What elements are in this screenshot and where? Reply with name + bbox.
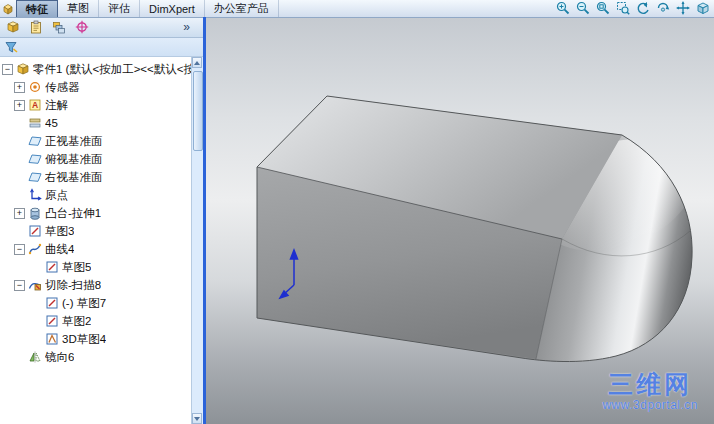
tree-item-boss-extrude1[interactable]: 凸台-拉伸1 [0, 204, 192, 222]
scrollbar-thumb[interactable] [193, 71, 203, 151]
panel-splitter[interactable] [203, 17, 206, 424]
tree-item-label: 草图3 [45, 224, 74, 239]
tree-item-label: (-) 草图7 [62, 296, 106, 311]
tree-item-label: 切除-扫描8 [45, 278, 101, 293]
sketch-icon [28, 224, 42, 238]
tab-evaluate[interactable]: 评估 [99, 0, 140, 17]
tab-evaluate-label: 评估 [108, 1, 130, 16]
curve-icon [28, 242, 42, 256]
tree-item-label: 草图2 [62, 314, 91, 329]
zoom-in-icon [556, 1, 570, 15]
pan-view-button[interactable] [674, 1, 691, 16]
manager-tab-bar: » [0, 17, 203, 38]
tree-item-right-plane[interactable]: 右视基准面 [0, 168, 192, 186]
tab-features-label: 特征 [26, 2, 48, 17]
zoom-in-button[interactable] [554, 1, 571, 16]
tree-item-top-plane[interactable]: 俯视基准面 [0, 150, 192, 168]
tree-item-part-root[interactable]: 零件1 (默认<按加工><<默认<按 [0, 60, 192, 78]
featuremanager-tree-icon [6, 20, 20, 34]
triangle-down-icon [194, 417, 200, 421]
tree-item-label: 3D草图4 [62, 332, 106, 347]
tree-item-sketch7[interactable]: (-) 草图7 [0, 294, 192, 312]
tree-item-label: 注解 [45, 98, 68, 113]
model-3d [206, 17, 714, 424]
commandmanager-options-icon[interactable] [0, 0, 16, 17]
watermark: 三维网 www.3dportal.cn [602, 371, 698, 412]
tree-item-label: 曲线4 [45, 242, 74, 257]
sketch-icon [45, 296, 59, 310]
propertymanager-icon [29, 20, 43, 34]
tree-item-label: 正视基准面 [45, 134, 103, 149]
watermark-url: www.3dportal.cn [602, 399, 698, 412]
expander-icon[interactable] [14, 82, 25, 93]
tree-item-cut-sweep8[interactable]: 切除-扫描8 [0, 276, 192, 294]
rotate-view-button[interactable] [654, 1, 671, 16]
plane-icon [28, 152, 42, 166]
sensors-icon [28, 80, 42, 94]
tree-item-front-plane[interactable]: 正视基准面 [0, 132, 192, 150]
dimxpertmanager-tab[interactable] [74, 19, 90, 35]
expander-icon[interactable] [2, 64, 13, 75]
tree-item-sensors[interactable]: 传感器 [0, 78, 192, 96]
tree-item-material[interactable]: 45 [0, 114, 192, 132]
tab-dimxpert-label: DimXpert [149, 3, 195, 15]
wrench-icon [2, 3, 14, 15]
tree-item-3dsketch4[interactable]: 3D草图4 [0, 330, 192, 348]
svg-text:A: A [32, 100, 38, 110]
tree-item-annotations[interactable]: A 注解 [0, 96, 192, 114]
zoom-to-area-icon [616, 1, 630, 15]
expander-icon[interactable] [14, 100, 25, 111]
mirror-icon [28, 350, 42, 364]
dimxpertmanager-icon [75, 20, 89, 34]
pan-view-icon [676, 1, 690, 15]
boss-extrude-icon [28, 206, 42, 220]
tree-item-label: 镜向6 [45, 350, 74, 365]
featuremanager-design-tree: 零件1 (默认<按加工><<默认<按 传感器 A 注解 [0, 57, 192, 424]
view-orientation-button[interactable] [694, 1, 711, 16]
tree-scrollbar[interactable] [191, 57, 203, 424]
tree-item-label: 俯视基准面 [45, 152, 103, 167]
scroll-up-button[interactable] [192, 57, 202, 68]
tab-features[interactable]: 特征 [16, 0, 58, 17]
plane-icon [28, 170, 42, 184]
tree-item-label: 零件1 (默认<按加工><<默认<按 [33, 62, 192, 77]
cut-sweep-icon [28, 278, 42, 292]
tree-item-sketch2[interactable]: 草图2 [0, 312, 192, 330]
scroll-down-button[interactable] [192, 413, 202, 424]
plane-icon [28, 134, 42, 148]
zoom-to-fit-button[interactable] [594, 1, 611, 16]
tree-item-origin[interactable]: 原点 [0, 186, 192, 204]
zoom-to-area-button[interactable] [614, 1, 631, 16]
tree-item-label: 右视基准面 [45, 170, 103, 185]
3d-sketch-icon [45, 332, 59, 346]
zoom-out-button[interactable] [574, 1, 591, 16]
expander-icon[interactable] [14, 280, 25, 291]
tree-item-label: 凸台-拉伸1 [45, 206, 101, 221]
tree-item-mirror6[interactable]: 镜向6 [0, 348, 192, 366]
tab-office-products[interactable]: 办公室产品 [205, 0, 279, 17]
filter-funnel-icon[interactable] [3, 39, 19, 55]
tree-item-label: 45 [45, 117, 58, 129]
tree-item-sketch3[interactable]: 草图3 [0, 222, 192, 240]
configurationmanager-tab[interactable] [51, 19, 67, 35]
view-orientation-icon [696, 1, 710, 15]
tree-item-curve4[interactable]: 曲线4 [0, 240, 192, 258]
commandmanager-tabbar: 特征 草图 评估 DimXpert 办公室产品 [0, 0, 714, 18]
expander-icon[interactable] [14, 244, 25, 255]
previous-view-button[interactable] [634, 1, 651, 16]
tree-item-label: 传感器 [45, 80, 80, 95]
graphics-viewport[interactable]: 三维网 www.3dportal.cn [206, 17, 714, 424]
panel-more-chevron[interactable]: » [183, 20, 198, 34]
propertymanager-tab[interactable] [28, 19, 44, 35]
tree-item-label: 草图5 [62, 260, 91, 275]
featuremanager-panel: » 零件1 (默认<按加工><<默认<按 [0, 17, 203, 424]
featuremanager-tree-tab[interactable] [5, 19, 21, 35]
expander-icon[interactable] [14, 208, 25, 219]
sketch-icon [45, 314, 59, 328]
tab-dimxpert[interactable]: DimXpert [140, 0, 205, 17]
tree-item-sketch5[interactable]: 草图5 [0, 258, 192, 276]
rotate-view-icon [656, 1, 670, 15]
tab-office-products-label: 办公室产品 [214, 1, 269, 16]
zoom-out-icon [576, 1, 590, 15]
tab-sketch[interactable]: 草图 [58, 0, 99, 17]
